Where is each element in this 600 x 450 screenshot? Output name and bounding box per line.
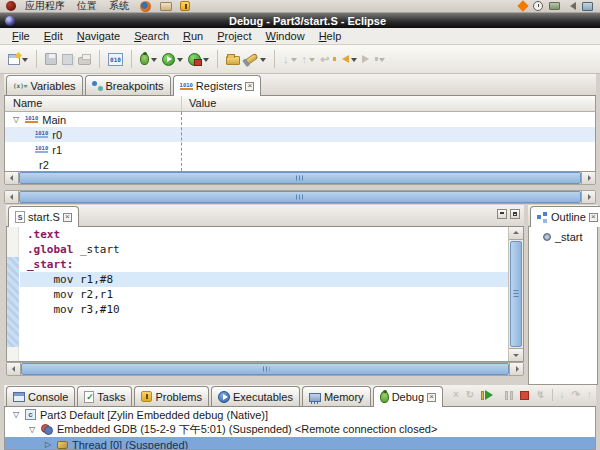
close-icon[interactable]: ×	[63, 213, 72, 222]
scroll-left-arrow[interactable]	[5, 172, 19, 184]
firefox-launcher-icon[interactable]	[140, 1, 151, 12]
save-button[interactable]	[44, 52, 58, 66]
menu-project[interactable]: Project	[210, 29, 258, 43]
tab-start-s[interactable]: S start.S ×	[8, 206, 79, 227]
print-button[interactable]	[77, 52, 92, 66]
maximize-icon[interactable]	[510, 209, 520, 219]
scroll-down-arrow[interactable]	[509, 348, 523, 361]
window-titlebar[interactable]: Debug - Part3/start.S - Eclipse	[0, 13, 600, 28]
register-label: r1	[52, 144, 62, 156]
display-icon[interactable]	[582, 2, 593, 11]
close-icon[interactable]: ×	[589, 213, 598, 222]
software-update-icon[interactable]	[180, 1, 190, 11]
scroll-left-arrow[interactable]	[5, 191, 19, 203]
desktop-menu-places[interactable]: 位置	[71, 0, 103, 13]
twisty-expanded-icon[interactable]: ▽	[11, 115, 21, 124]
editor-horizontal-scrollbar[interactable]	[6, 362, 524, 376]
tab-registers[interactable]: 1010 Registers ×	[173, 75, 262, 96]
step-into-button[interactable]: ↓	[560, 389, 565, 401]
scroll-right-arrow[interactable]	[509, 363, 523, 375]
tab-memory[interactable]: Memory	[302, 386, 371, 406]
tab-outline[interactable]: Outline ×	[530, 206, 600, 227]
search-button[interactable]	[244, 53, 267, 66]
menu-help[interactable]: Help	[312, 29, 349, 43]
scroll-up-arrow[interactable]	[509, 227, 523, 240]
debug-process-row[interactable]: ▽ Embedded GDB (15-2-9 下午5:01) (Suspende…	[5, 422, 595, 437]
volume-icon[interactable]	[566, 2, 576, 10]
code-editor[interactable]: .text .global _start _start: mov r1,#8 m…	[20, 227, 508, 361]
tab-label: Problems	[155, 391, 201, 403]
relaunch-button[interactable]: ↻	[466, 389, 474, 401]
outline-item-start[interactable]: _start	[529, 227, 597, 243]
register-row-r2[interactable]: r2	[5, 157, 595, 172]
desktop-menu-system[interactable]: 系统	[103, 0, 135, 13]
desktop-menu-applications[interactable]: 应用程序	[19, 0, 71, 13]
debug-thread-row[interactable]: ▷ Thread [0] (Suspended)	[5, 437, 595, 450]
menu-window[interactable]: Window	[258, 29, 311, 43]
debug-button[interactable]	[139, 52, 158, 66]
menu-file[interactable]: File	[5, 29, 37, 43]
step-return-button[interactable]: ↑	[587, 389, 592, 401]
last-edit-location-button[interactable]: ↩	[319, 52, 330, 67]
view-outer-horizontal-scrollbar[interactable]	[4, 190, 596, 204]
open-element-button[interactable]	[225, 52, 241, 66]
ubuntu-logo-icon[interactable]	[6, 1, 16, 11]
scroll-right-arrow[interactable]	[581, 172, 595, 184]
column-header-value[interactable]: Value	[181, 96, 595, 111]
suspend-button[interactable]	[505, 391, 513, 400]
close-icon[interactable]: ×	[245, 82, 254, 91]
column-header-name[interactable]: Name	[5, 96, 181, 111]
tab-breakpoints[interactable]: Breakpoints	[85, 75, 171, 95]
clock-icon[interactable]	[533, 1, 543, 11]
mail-launcher-icon[interactable]	[160, 2, 172, 11]
tab-executables[interactable]: Executables	[211, 386, 300, 406]
column-separator[interactable]	[181, 112, 182, 171]
external-tools-button[interactable]	[187, 52, 210, 67]
main-toolbar: 010 ↓ ↑ ↩	[0, 45, 600, 74]
scrollbar-thumb[interactable]	[510, 241, 522, 347]
register-group-row-main[interactable]: ▽ 1010 Main	[5, 112, 595, 127]
new-wizard-button[interactable]	[7, 53, 29, 66]
code-line: _start:	[20, 257, 508, 272]
menu-search[interactable]: Search	[127, 29, 176, 43]
tab-tasks[interactable]: ✓ Tasks	[77, 386, 132, 406]
scrollbar-thumb[interactable]	[19, 191, 581, 203]
tab-problems[interactable]: Problems	[134, 386, 208, 406]
update-notifier-icon[interactable]	[517, 0, 528, 11]
binary-button[interactable]: 010	[107, 52, 124, 67]
run-button[interactable]	[161, 52, 184, 67]
scrollbar-thumb[interactable]	[21, 363, 509, 375]
menu-edit[interactable]: Edit	[37, 29, 70, 43]
close-icon[interactable]: ×	[427, 393, 436, 402]
tab-debug[interactable]: Debug ×	[373, 386, 443, 407]
minimize-icon[interactable]	[497, 209, 507, 219]
step-over-button[interactable]: ↷	[572, 389, 580, 401]
scroll-right-arrow[interactable]	[581, 191, 595, 203]
scroll-left-arrow[interactable]	[7, 363, 21, 375]
previous-annotation-button[interactable]: ↑	[301, 52, 317, 66]
registers-horizontal-scrollbar[interactable]	[4, 171, 596, 185]
editor-vertical-scrollbar[interactable]	[508, 227, 523, 361]
twisty-expanded-icon[interactable]: ▽	[27, 425, 37, 434]
register-row-r1[interactable]: 1010 r1	[5, 142, 595, 157]
tab-variables[interactable]: (x)= Variables	[6, 75, 83, 95]
scrollbar-thumb[interactable]	[19, 172, 581, 184]
debug-launch-row[interactable]: ▽ c Part3 Default [Zylin Embedded debug …	[5, 407, 595, 422]
window-title: Debug - Part3/start.S - Eclipse	[15, 15, 600, 27]
remove-all-terminated-button[interactable]: ×	[453, 389, 459, 401]
back-button[interactable]	[333, 53, 358, 66]
terminate-button[interactable]	[520, 391, 529, 400]
network-icon[interactable]	[549, 2, 560, 10]
save-all-button[interactable]	[61, 53, 74, 66]
register-row-r0[interactable]: 1010 r0	[5, 127, 595, 142]
menu-navigate[interactable]: Navigate	[70, 29, 127, 43]
twisty-expanded-icon[interactable]: ▽	[11, 410, 21, 419]
next-annotation-button[interactable]: ↓	[282, 52, 298, 66]
resume-button[interactable]	[481, 390, 498, 400]
disconnect-button[interactable]: ↯	[536, 389, 544, 401]
menu-run[interactable]: Run	[176, 29, 210, 43]
forward-button[interactable]	[361, 53, 386, 66]
debug-bug-icon	[380, 391, 389, 403]
tab-console[interactable]: Console	[6, 386, 75, 406]
twisty-collapsed-icon[interactable]: ▷	[43, 440, 53, 449]
